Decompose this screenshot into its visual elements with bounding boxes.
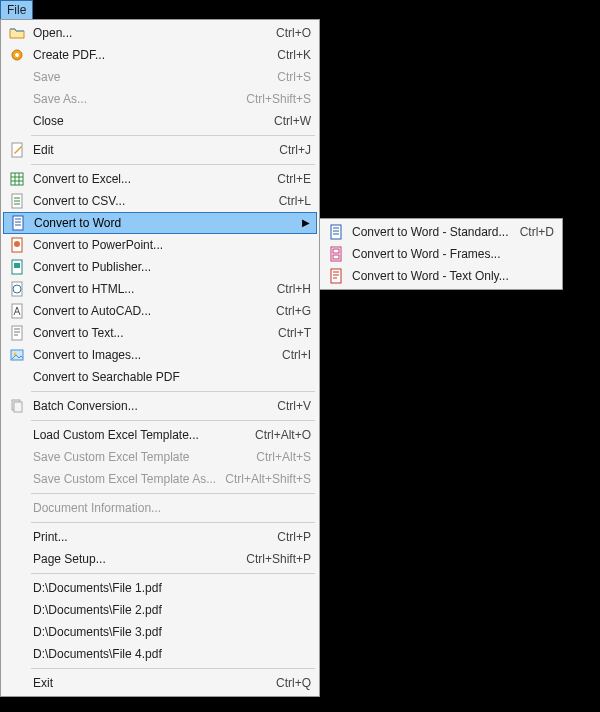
- svg-point-7: [14, 241, 20, 247]
- menu-item-shortcut: Ctrl+Alt+S: [246, 450, 311, 464]
- menu-item-label: D:\Documents\File 3.pdf: [29, 625, 311, 639]
- menu-item-shortcut: Ctrl+Alt+Shift+S: [215, 472, 311, 486]
- menu-convert-word[interactable]: Convert to Word ▶: [3, 212, 317, 234]
- batch-icon: [5, 395, 29, 417]
- menu-save-as: Save As... Ctrl+Shift+S: [3, 88, 317, 110]
- blank-icon: [5, 548, 29, 570]
- svg-rect-5: [13, 216, 23, 230]
- submenu-arrow-icon: ▶: [300, 218, 310, 228]
- blank-icon: [5, 366, 29, 388]
- menu-item-label: Convert to Word - Text Only...: [348, 269, 554, 283]
- autocad-icon: [5, 300, 29, 322]
- word-icon: [324, 221, 348, 243]
- menu-item-label: Convert to AutoCAD...: [29, 304, 266, 318]
- svg-point-1: [15, 53, 19, 57]
- menu-close[interactable]: Close Ctrl+W: [3, 110, 317, 132]
- menu-exit[interactable]: Exit Ctrl+Q: [3, 672, 317, 694]
- publisher-icon: [5, 256, 29, 278]
- svg-rect-3: [11, 173, 23, 185]
- menu-print[interactable]: Print... Ctrl+P: [3, 526, 317, 548]
- menu-item-shortcut: Ctrl+S: [267, 70, 311, 84]
- edit-icon: [5, 139, 29, 161]
- image-icon: [5, 344, 29, 366]
- menu-item-shortcut: Ctrl+O: [266, 26, 311, 40]
- menu-recent-2[interactable]: D:\Documents\File 2.pdf: [3, 599, 317, 621]
- menu-page-setup[interactable]: Page Setup... Ctrl+Shift+P: [3, 548, 317, 570]
- menu-load-template[interactable]: Load Custom Excel Template... Ctrl+Alt+O: [3, 424, 317, 446]
- menu-convert-searchable[interactable]: Convert to Searchable PDF: [3, 366, 317, 388]
- menu-save-template-as: Save Custom Excel Template As... Ctrl+Al…: [3, 468, 317, 490]
- menu-item-label: Convert to PowerPoint...: [29, 238, 311, 252]
- menu-item-label: Batch Conversion...: [29, 399, 267, 413]
- menu-item-label: Open...: [29, 26, 266, 40]
- word-text-icon: [324, 265, 348, 287]
- blank-icon: [5, 643, 29, 665]
- menu-separator: [31, 135, 315, 136]
- menu-open[interactable]: Open... Ctrl+O: [3, 22, 317, 44]
- menu-convert-images[interactable]: Convert to Images... Ctrl+I: [3, 344, 317, 366]
- svg-rect-9: [14, 263, 20, 268]
- menu-create-pdf[interactable]: Create PDF... Ctrl+K: [3, 44, 317, 66]
- menu-item-label: Close: [29, 114, 264, 128]
- menu-recent-4[interactable]: D:\Documents\File 4.pdf: [3, 643, 317, 665]
- word-frames-icon: [324, 243, 348, 265]
- powerpoint-icon: [5, 234, 29, 256]
- menu-item-label: Convert to Word - Frames...: [348, 247, 554, 261]
- svg-rect-22: [331, 269, 341, 283]
- menu-separator: [31, 573, 315, 574]
- menu-item-label: Save Custom Excel Template: [29, 450, 246, 464]
- menu-batch[interactable]: Batch Conversion... Ctrl+V: [3, 395, 317, 417]
- csv-icon: [5, 190, 29, 212]
- blank-icon: [5, 577, 29, 599]
- submenu-word-text-only[interactable]: Convert to Word - Text Only...: [322, 265, 560, 287]
- menu-item-label: Document Information...: [29, 501, 311, 515]
- menubar-file-label: File: [7, 3, 26, 17]
- submenu-word-frames[interactable]: Convert to Word - Frames...: [322, 243, 560, 265]
- menu-item-shortcut: Ctrl+E: [267, 172, 311, 186]
- menu-recent-3[interactable]: D:\Documents\File 3.pdf: [3, 621, 317, 643]
- blank-icon: [5, 110, 29, 132]
- menu-convert-excel[interactable]: Convert to Excel... Ctrl+E: [3, 168, 317, 190]
- menu-recent-1[interactable]: D:\Documents\File 1.pdf: [3, 577, 317, 599]
- html-icon: [5, 278, 29, 300]
- excel-icon: [5, 168, 29, 190]
- convert-word-submenu: Convert to Word - Standard... Ctrl+D Con…: [319, 218, 563, 290]
- blank-icon: [5, 672, 29, 694]
- svg-rect-17: [14, 402, 22, 412]
- menu-convert-csv[interactable]: Convert to CSV... Ctrl+L: [3, 190, 317, 212]
- menu-item-shortcut: Ctrl+H: [267, 282, 311, 296]
- menu-item-shortcut: Ctrl+K: [267, 48, 311, 62]
- menu-convert-powerpoint[interactable]: Convert to PowerPoint...: [3, 234, 317, 256]
- menu-save: Save Ctrl+S: [3, 66, 317, 88]
- submenu-word-standard[interactable]: Convert to Word - Standard... Ctrl+D: [322, 221, 560, 243]
- menu-item-label: Convert to Word - Standard...: [348, 225, 510, 239]
- menu-convert-autocad[interactable]: Convert to AutoCAD... Ctrl+G: [3, 300, 317, 322]
- menu-item-label: Convert to Searchable PDF: [29, 370, 311, 384]
- menu-item-label: Save As...: [29, 92, 236, 106]
- blank-icon: [5, 446, 29, 468]
- menu-item-shortcut: Ctrl+J: [269, 143, 311, 157]
- menu-convert-html[interactable]: Convert to HTML... Ctrl+H: [3, 278, 317, 300]
- blank-icon: [5, 66, 29, 88]
- menu-item-shortcut: Ctrl+Q: [266, 676, 311, 690]
- menu-separator: [31, 493, 315, 494]
- menu-item-shortcut: Ctrl+P: [267, 530, 311, 544]
- menu-item-label: Print...: [29, 530, 267, 544]
- menu-separator: [31, 164, 315, 165]
- gear-icon: [5, 44, 29, 66]
- menu-separator: [31, 668, 315, 669]
- menubar-file[interactable]: File: [0, 0, 33, 20]
- menu-item-label: Convert to Word: [30, 216, 300, 230]
- menu-convert-text[interactable]: Convert to Text... Ctrl+T: [3, 322, 317, 344]
- menu-item-shortcut: Ctrl+Alt+O: [245, 428, 311, 442]
- menu-item-shortcut: Ctrl+Shift+P: [236, 552, 311, 566]
- menu-edit[interactable]: Edit Ctrl+J: [3, 139, 317, 161]
- menu-item-label: Edit: [29, 143, 269, 157]
- menu-convert-publisher[interactable]: Convert to Publisher...: [3, 256, 317, 278]
- menu-item-shortcut: Ctrl+W: [264, 114, 311, 128]
- blank-icon: [5, 599, 29, 621]
- menu-item-label: Convert to Text...: [29, 326, 268, 340]
- menubar: File: [0, 0, 33, 20]
- menu-item-label: Convert to Excel...: [29, 172, 267, 186]
- blank-icon: [5, 526, 29, 548]
